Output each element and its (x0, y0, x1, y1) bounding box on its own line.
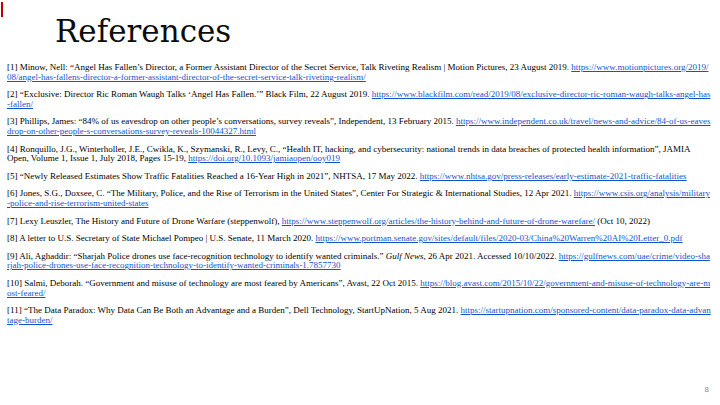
reference-text: [1] Minow, Nell: “Angel Has Fallen’s Dir… (7, 62, 571, 72)
reference-item: [5] “Newly Released Estimates Show Traff… (7, 172, 712, 182)
reference-text: [5] “Newly Released Estimates Show Traff… (7, 171, 420, 181)
reference-text: [9] Ali, Aghaddir: “Sharjah Police drone… (7, 251, 386, 261)
reference-item: [6] Jones, S.G., Doxsee, C. “The Militar… (7, 189, 712, 208)
accent-mark (1, 2, 3, 17)
reference-text: [2] “Exclusive: Director Ric Roman Waugh… (7, 89, 372, 99)
reference-item: [7] Lexy Leuszler, The History and Futur… (7, 217, 712, 227)
reference-text: [6] Jones, S.G., Doxsee, C. “The Militar… (7, 188, 574, 198)
reference-text: Gulf News (386, 251, 424, 261)
reference-item: [1] Minow, Nell: “Angel Has Fallen’s Dir… (7, 63, 712, 82)
reference-item: [8] A letter to U.S. Secretary of State … (7, 234, 712, 244)
reference-text: [3] Phillips, James: “84% of us eavesdro… (7, 116, 456, 126)
reference-text: (Oct 10, 2022) (595, 216, 650, 226)
slide: References [1] Minow, Nell: “Angel Has F… (0, 0, 720, 405)
reference-link[interactable]: https://www.portman.senate.gov/sites/def… (315, 233, 682, 243)
reference-text: [11] “The Data Paradox: Why Data Can Be … (7, 305, 461, 315)
page-number: 8 (705, 385, 709, 394)
references-list: [1] Minow, Nell: “Angel Has Fallen’s Dir… (7, 63, 712, 333)
reference-text: [8] A letter to U.S. Secretary of State … (7, 233, 315, 243)
reference-link[interactable]: https://www.steppenwolf.org/articles/the… (282, 216, 595, 226)
reference-link[interactable]: https://www.nhtsa.gov/press-releases/ear… (420, 171, 687, 181)
reference-item: [11] “The Data Paradox: Why Data Can Be … (7, 306, 712, 325)
reference-link[interactable]: https://doi.org/10.1093/jamiaopen/ooy019 (188, 153, 340, 163)
reference-text: [7] Lexy Leuszler, The History and Futur… (7, 216, 282, 226)
reference-item: [4] Ronquillo, J.G., Winterholler, J.E.,… (7, 145, 712, 164)
reference-item: [3] Phillips, James: “84% of us eavesdro… (7, 117, 712, 136)
reference-item: [9] Ali, Aghaddir: “Sharjah Police drone… (7, 252, 712, 271)
reference-text: , 26 Apr 2021. Accessed 10/10/2022. (423, 251, 558, 261)
reference-item: [2] “Exclusive: Director Ric Roman Waugh… (7, 90, 712, 109)
reference-text: [4] Ronquillo, J.G., Winterholler, J.E.,… (7, 144, 690, 164)
reference-item: [10] Salmi, Deborah. “Government and mis… (7, 279, 712, 298)
reference-text: [10] Salmi, Deborah. “Government and mis… (7, 278, 420, 288)
page-title: References (55, 12, 231, 51)
